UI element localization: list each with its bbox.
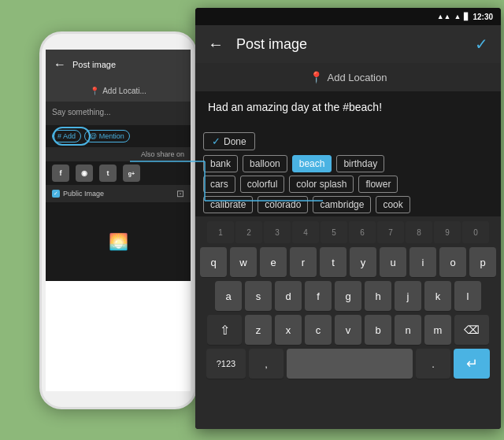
- key-row-asdf: a s d f g h j k l: [198, 281, 498, 311]
- key-i[interactable]: i: [410, 247, 436, 277]
- key-7[interactable]: 7: [377, 221, 404, 243]
- key-s[interactable]: s: [245, 281, 272, 311]
- key-w[interactable]: w: [230, 247, 257, 277]
- tag-flower[interactable]: flower: [358, 176, 398, 193]
- instagram-icon[interactable]: ◉: [76, 165, 93, 182]
- key-u[interactable]: u: [380, 247, 406, 277]
- key-2[interactable]: 2: [235, 221, 262, 243]
- key-row-zxcv: ⇧ z x c v b n m ⌫: [198, 315, 498, 345]
- key-row-bottom: ?123 , . ↵: [198, 349, 498, 379]
- key-j[interactable]: j: [395, 281, 421, 311]
- shift-key[interactable]: ⇧: [207, 315, 242, 345]
- bg-image-area: 🌅: [46, 202, 191, 281]
- facebook-icon[interactable]: f: [52, 165, 69, 182]
- post-text-content: Had an amazing day at the #beach!: [208, 101, 382, 113]
- tag-row-3: calibrate colorado cambridge cook: [203, 196, 493, 213]
- tag-calibrate[interactable]: calibrate: [203, 196, 253, 213]
- key-6[interactable]: 6: [349, 221, 376, 243]
- key-x[interactable]: x: [275, 315, 302, 345]
- background-phone: ← Post image 📍 Add Locati... Say somethi…: [39, 31, 197, 409]
- key-row-qwerty: q w e r t y u i o p: [198, 247, 498, 277]
- hashtag-suggestions: ✓ Done bank balloon beach birthday cars …: [195, 126, 501, 216]
- public-label: Public Image: [63, 190, 104, 198]
- key-8[interactable]: 8: [406, 221, 432, 243]
- status-bar: ▲▲ ▲ ▊ 12:30: [195, 8, 501, 25]
- key-4[interactable]: 4: [292, 221, 319, 243]
- keyboard: 1 2 3 4 5 6 7 8 9 0 q w e r t y u i o p …: [195, 216, 501, 429]
- done-button[interactable]: ✓ Done: [203, 132, 255, 150]
- key-a[interactable]: a: [215, 281, 242, 311]
- key-9[interactable]: 9: [434, 221, 461, 243]
- key-c[interactable]: c: [305, 315, 332, 345]
- tag-row-2: cars colorful color splash flower: [203, 176, 493, 193]
- key-p[interactable]: p: [469, 247, 496, 277]
- gplus-icon[interactable]: g+: [123, 165, 140, 182]
- key-d[interactable]: d: [275, 281, 302, 311]
- tag-colorado[interactable]: colorado: [258, 196, 308, 213]
- key-f[interactable]: f: [305, 281, 332, 311]
- key-n[interactable]: n: [395, 315, 421, 345]
- key-g[interactable]: g: [335, 281, 361, 311]
- bg-expand-icon: ⊡: [176, 188, 184, 199]
- key-q[interactable]: q: [200, 247, 227, 277]
- key-z[interactable]: z: [245, 315, 272, 345]
- key-5[interactable]: 5: [321, 221, 347, 243]
- bg-phone-header: ← Post image: [46, 50, 191, 79]
- bg-textarea-placeholder: Say something...: [52, 108, 110, 116]
- location-bar[interactable]: 📍 Add Location: [195, 63, 501, 91]
- bg-mention-tag[interactable]: @ Mention: [84, 130, 130, 142]
- key-k[interactable]: k: [424, 281, 451, 311]
- key-y[interactable]: y: [350, 247, 376, 277]
- key-l[interactable]: l: [454, 281, 481, 311]
- key-v[interactable]: v: [335, 315, 361, 345]
- space-key[interactable]: [287, 349, 413, 379]
- twitter-icon[interactable]: t: [99, 165, 117, 182]
- key-m[interactable]: m: [424, 315, 451, 345]
- tag-balloon[interactable]: balloon: [243, 155, 287, 172]
- bg-textarea: Say something...: [46, 102, 191, 125]
- key-h[interactable]: h: [365, 281, 391, 311]
- key-0[interactable]: 0: [462, 221, 489, 243]
- location-pin-icon: 📍: [309, 71, 323, 83]
- done-label: Done: [224, 136, 246, 147]
- add-tag-highlight: [53, 127, 91, 146]
- battery-icon: ▊: [464, 13, 469, 20]
- tag-color-splash[interactable]: color splash: [289, 176, 354, 193]
- tag-cambridge[interactable]: cambridge: [313, 196, 371, 213]
- tag-bank[interactable]: bank: [203, 155, 238, 172]
- enter-key[interactable]: ↵: [454, 349, 490, 379]
- key-o[interactable]: o: [439, 247, 466, 277]
- key-1[interactable]: 1: [207, 221, 234, 243]
- number-row: 1 2 3 4 5 6 7 8 9 0: [198, 221, 498, 243]
- signal-icon: ▲▲: [437, 13, 451, 20]
- public-checkbox[interactable]: ✓: [52, 190, 60, 198]
- tag-colorful[interactable]: colorful: [240, 176, 285, 193]
- tag-rows: bank balloon beach birthday cars colorfu…: [203, 155, 493, 213]
- key-3[interactable]: 3: [264, 221, 291, 243]
- delete-key[interactable]: ⌫: [454, 315, 489, 345]
- num-symbol-key[interactable]: ?123: [206, 349, 246, 379]
- tag-beach[interactable]: beach: [292, 155, 332, 172]
- tag-cook[interactable]: cook: [376, 196, 410, 213]
- bg-share-label: Also share on: [46, 147, 191, 161]
- app-bar-title: Post image: [236, 36, 475, 53]
- done-check-icon: ✓: [212, 135, 220, 147]
- post-text[interactable]: Had an amazing day at the #beach!: [195, 91, 501, 126]
- key-t[interactable]: t: [320, 247, 346, 277]
- comma-key[interactable]: ,: [249, 349, 284, 379]
- confirm-button[interactable]: ✓: [475, 35, 488, 54]
- bg-location-bar: 📍 Add Locati...: [46, 79, 191, 102]
- bg-back-icon: ←: [54, 57, 66, 72]
- back-button[interactable]: ←: [208, 35, 224, 54]
- key-e[interactable]: e: [260, 247, 287, 277]
- bg-header-title: Post image: [72, 60, 116, 69]
- location-label: Add Location: [328, 72, 387, 83]
- key-b[interactable]: b: [365, 315, 391, 345]
- bg-social-row: f ◉ t g+: [46, 161, 191, 185]
- status-time: 12:30: [472, 13, 493, 21]
- tag-cars[interactable]: cars: [203, 176, 235, 193]
- tag-birthday[interactable]: birthday: [336, 155, 384, 172]
- period-key[interactable]: .: [416, 349, 450, 379]
- bg-public-row: ✓ Public Image ⊡: [46, 185, 191, 202]
- key-r[interactable]: r: [290, 247, 317, 277]
